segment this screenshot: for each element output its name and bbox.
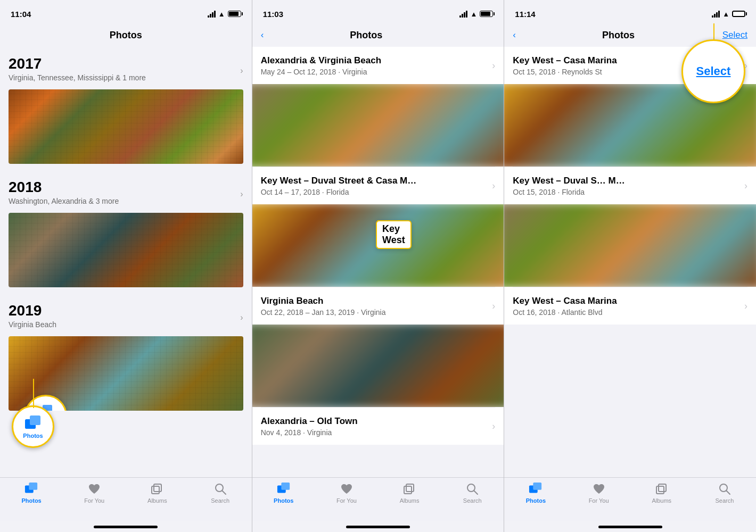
svg-line-15 (474, 491, 478, 495)
place-date-2: Oct 14 – 17, 2018 · Florida (261, 188, 488, 196)
nav-title-1: Photos (35, 30, 217, 41)
status-icons-3: ▲ (712, 10, 745, 18)
tab-albums-3[interactable]: Albums (630, 482, 693, 504)
photos-annotation-circle: Photos (12, 405, 54, 448)
place-item-1[interactable]: Alexandria & Virginia Beach May 24 – Oct… (252, 47, 504, 84)
home-indicator-3 (504, 521, 756, 532)
tab-search-3[interactable]: Search (693, 482, 756, 504)
photos-tab-icon-2 (277, 482, 291, 496)
tab-albums-label-1: Albums (147, 497, 167, 504)
chevron-icon-2017[interactable]: › (240, 66, 243, 76)
photos-tab-icon-3 (529, 482, 543, 496)
place-group-1: Alexandria & Virginia Beach May 24 – Oct… (252, 47, 504, 167)
tab-photos-label-2: Photos (274, 497, 293, 504)
svg-line-21 (726, 491, 730, 495)
keywest-annotation: Key West (376, 220, 380, 240)
tab-bar-1: Photos For You Albums (0, 477, 252, 521)
battery-icon-3 (732, 11, 745, 17)
chevron-icon-place-4: › (492, 421, 495, 432)
tab-albums-label-3: Albums (652, 497, 671, 504)
place-item-2[interactable]: Key West – Duval Street & Casa M… Oct 14… (252, 167, 504, 204)
place-group-4: Alexandria – Old Town Nov 4, 2018 · Virg… (252, 408, 504, 445)
battery-icon-2 (480, 11, 493, 17)
tab-search-1[interactable]: Search (189, 482, 252, 504)
status-icons-2: ▲ (459, 10, 493, 18)
albums-tab-icon-2 (402, 482, 416, 496)
phone-3: 11:14 ▲ ‹ Photos Select Key West – Casa … (504, 0, 756, 532)
albums-tab-icon-1 (150, 482, 164, 496)
place-item-3[interactable]: Virginia Beach Oct 22, 2018 – Jan 13, 20… (252, 287, 504, 325)
battery-icon (228, 11, 241, 17)
tab-photos-3[interactable]: Photos (504, 482, 567, 504)
tab-search-label-2: Search (463, 497, 482, 504)
photo-grid-2019[interactable]: Photos (9, 336, 243, 411)
select-circle: Select (681, 39, 745, 103)
phone-1: 11:04 ▲ Photos 2017 Virginia, T (0, 0, 252, 532)
signal-icon-2 (459, 11, 467, 18)
nav-bar-2: ‹ Photos (252, 23, 504, 47)
tab-foryou-2[interactable]: For You (315, 482, 378, 504)
chevron-icon-place-3: › (492, 301, 495, 312)
year-section-2018: 2018 Washington, Alexandria & 3 more › (0, 170, 252, 287)
place-date-3: Oct 22, 2018 – Jan 13, 2019 · Virginia (261, 308, 488, 317)
tab-foryou-1[interactable]: For You (63, 482, 126, 504)
status-time-2: 11:03 (263, 10, 283, 19)
place-name-4: Alexandria – Old Town (261, 416, 488, 427)
tab-bar-2: Photos For You Albums (252, 477, 504, 521)
chevron-icon-2018[interactable]: › (240, 189, 243, 199)
place-name-3: Virginia Beach (261, 296, 488, 306)
select-annotation-container: Select (681, 23, 745, 103)
place-name-p3-2: Key West – Duval S… M… (513, 176, 740, 186)
place-item-p3-3[interactable]: Key West – Casa Marina Oct 16, 2018 · At… (504, 287, 756, 325)
place-group-3: Virginia Beach Oct 22, 2018 – Jan 13, 20… (252, 287, 504, 407)
place-group-p3-3: Key West – Casa Marina Oct 16, 2018 · At… (504, 287, 756, 325)
svg-rect-5 (29, 483, 37, 490)
svg-rect-7 (154, 484, 161, 492)
search-tab-icon-2 (465, 482, 479, 496)
photo-grid-2018[interactable] (9, 213, 243, 287)
status-time-3: 11:14 (515, 10, 535, 19)
tab-photos-label-1: Photos (21, 497, 41, 504)
wifi-icon: ▲ (218, 10, 225, 18)
place-group-p3-2: Key West – Duval S… M… Oct 15, 2018 · Fl… (504, 167, 756, 287)
year-heading-2017: 2017 (9, 55, 146, 72)
albums-tab-icon-3 (655, 482, 669, 496)
tab-albums-1[interactable]: Albums (126, 482, 188, 504)
phone-2: 11:03 ▲ ‹ Photos Alexandria & Virginia B… (252, 0, 505, 532)
thumb-1 (252, 84, 504, 167)
chevron-icon-place-2: › (492, 180, 495, 192)
svg-rect-11 (281, 483, 290, 490)
photos-icon-large (24, 414, 42, 433)
tab-albums-2[interactable]: Albums (378, 482, 441, 504)
place-name-2: Key West – Duval Street & Casa M… (261, 176, 488, 186)
status-time-1: 11:04 (11, 10, 31, 19)
svg-rect-19 (659, 484, 666, 492)
tab-photos-2[interactable]: Photos (252, 482, 315, 504)
place-item-p3-2[interactable]: Key West – Duval S… M… Oct 15, 2018 · Fl… (504, 167, 756, 204)
thumb-p3-2 (504, 204, 756, 287)
search-tab-icon-1 (213, 482, 227, 496)
content-3: Key West – Casa Marina Oct 15, 2018 · Re… (504, 47, 756, 477)
tab-bar-3: Photos For You Albums (504, 477, 756, 521)
tab-search-2[interactable]: Search (441, 482, 504, 504)
svg-rect-12 (404, 486, 412, 494)
year-section-2019: 2019 Virginia Beach › Photos (0, 294, 252, 411)
place-group-2: Key West – Duval Street & Casa M… Oct 14… (252, 167, 504, 287)
svg-rect-18 (656, 486, 664, 494)
tab-photos-1[interactable]: Photos (0, 482, 63, 504)
tab-foryou-3[interactable]: For You (568, 482, 630, 504)
status-bar-2: 11:03 ▲ (252, 0, 504, 23)
year-heading-2019: 2019 (9, 302, 56, 319)
chevron-icon-2019[interactable]: › (240, 313, 243, 322)
status-bar-3: 11:14 ▲ (504, 0, 756, 23)
place-item-4[interactable]: Alexandria – Old Town Nov 4, 2018 · Virg… (252, 408, 504, 445)
photo-grid-2017[interactable] (9, 89, 243, 164)
nav-bar-1: Photos (0, 23, 252, 47)
status-icons-1: ▲ (208, 10, 241, 18)
svg-rect-6 (152, 486, 159, 494)
svg-line-9 (222, 491, 226, 495)
svg-rect-13 (406, 484, 414, 492)
tab-albums-label-2: Albums (400, 497, 420, 504)
home-indicator-1 (0, 521, 252, 532)
signal-icon-3 (712, 11, 720, 18)
